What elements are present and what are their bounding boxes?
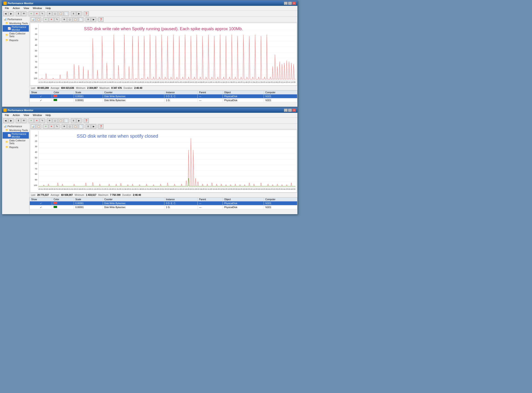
- col-computer-2: Computer: [264, 198, 297, 201]
- min-value-1: 2 304,087: [87, 87, 98, 89]
- scroll2-btn-2[interactable]: 📄: [78, 124, 83, 129]
- delete-btn-2[interactable]: ✕: [34, 118, 39, 123]
- pause-btn-1[interactable]: ⏸: [71, 11, 76, 16]
- sep2: [27, 12, 28, 16]
- chart-area-1: 📊 📋 + ✕ ✎ ❄ ◻ 📋 📄 ⏸ ▶ ❓ SSD disk write r…: [29, 17, 297, 107]
- sidebar-item-monitoring-1[interactable]: 📁 Monitoring Tools: [3, 21, 29, 25]
- sample-btn-1[interactable]: ◻: [67, 17, 72, 22]
- col-counter-2: Counter: [103, 198, 164, 201]
- maximize-btn-1[interactable]: □: [288, 2, 292, 5]
- copy-btn-1[interactable]: 📋: [58, 11, 63, 16]
- menu-window-1[interactable]: Window: [31, 6, 44, 10]
- sidebar-item-reports-2[interactable]: 📁 Reports: [3, 145, 29, 149]
- delete-btn-1[interactable]: ✕: [34, 11, 39, 16]
- sidebar-item-performance-2[interactable]: 📊 Performance: [3, 124, 29, 128]
- scroll-btn-2[interactable]: 📋: [73, 124, 78, 129]
- new-btn-2[interactable]: +: [29, 118, 34, 123]
- col-scale-2: Scale: [74, 198, 103, 201]
- close-btn-1[interactable]: ✕: [292, 2, 296, 5]
- chart-play-btn-1[interactable]: ▶: [91, 17, 96, 22]
- play-btn-1[interactable]: ▶: [77, 11, 82, 16]
- chart-pause-btn-1[interactable]: ⏸: [86, 17, 91, 22]
- forward-btn-1[interactable]: ▶: [9, 11, 14, 16]
- counter-props-btn-2[interactable]: ✎: [54, 124, 59, 129]
- sidebar-item-performance-1[interactable]: 📊 Performance: [3, 17, 29, 21]
- menu-file-2[interactable]: File: [3, 113, 11, 117]
- y-axis-1: 100 90 80 70 60 50 40 30 20 10: [30, 23, 38, 81]
- paste-btn-1[interactable]: 📄: [64, 11, 69, 16]
- del-counter-btn-2[interactable]: ✕: [49, 124, 54, 129]
- freeze-chart-btn-2[interactable]: ❄: [62, 124, 67, 129]
- sidebar-item-datacollector-1[interactable]: 📁 Data Collector Sets: [3, 32, 29, 38]
- min-label-2: Minimum: [75, 194, 84, 196]
- add-counter-btn-1[interactable]: +: [43, 17, 48, 22]
- back-btn-1[interactable]: ◀: [3, 11, 8, 16]
- copy-btn-2[interactable]: 📋: [58, 118, 63, 123]
- paste-btn-2[interactable]: 📄: [64, 118, 69, 123]
- chart-play-btn-2[interactable]: ▶: [91, 124, 96, 129]
- play-btn-2[interactable]: ▶: [77, 118, 82, 123]
- up-btn-1[interactable]: ⬆: [16, 11, 21, 16]
- new-btn-1[interactable]: +: [29, 11, 34, 16]
- clear-btn-2[interactable]: ◻: [53, 118, 58, 123]
- scroll2-btn-1[interactable]: 📄: [78, 17, 83, 22]
- add-counter-btn-2[interactable]: +: [43, 124, 48, 129]
- menu-action-1[interactable]: Action: [11, 6, 22, 10]
- chart-view-btn-2[interactable]: 📊: [30, 124, 36, 129]
- sidebar-item-perfmon-2[interactable]: 📈 Performance Monitor: [3, 132, 29, 139]
- chart-help-btn-1[interactable]: ❓: [98, 17, 103, 22]
- sidebar-item-datacollector-2[interactable]: 📁 Data Collector Sets: [3, 139, 29, 145]
- sample-btn-2[interactable]: ◻: [67, 124, 72, 129]
- help-btn-2[interactable]: ❓: [84, 118, 89, 123]
- menu-file-1[interactable]: File: [3, 6, 11, 10]
- properties-btn-1[interactable]: ✎: [40, 11, 45, 16]
- sidebar-item-monitoring-2[interactable]: 📁 Monitoring Tools: [3, 128, 29, 132]
- counter-props-btn-1[interactable]: ✎: [54, 17, 59, 22]
- menu-bar-1: File Action View Window Help: [2, 6, 297, 11]
- sidebar-item-perfmon-1[interactable]: 📈 Performance Monitor: [3, 25, 29, 32]
- window1: Performance Monitor _ □ ✕ File Action Vi…: [2, 0, 298, 107]
- scroll-btn-1[interactable]: 📋: [73, 17, 78, 22]
- sep4-2: [70, 119, 70, 123]
- properties-btn-2[interactable]: ✎: [40, 118, 45, 123]
- minimize-btn-1[interactable]: _: [284, 2, 288, 5]
- chart-svg-1: [39, 24, 296, 80]
- chart-help-btn-2[interactable]: ❓: [98, 124, 103, 129]
- folder-icon-2: 📊: [4, 125, 7, 128]
- back-btn-2[interactable]: ◀: [3, 118, 8, 123]
- minimize-btn-2[interactable]: _: [284, 108, 288, 112]
- counter-row-2-1[interactable]: ✓ 0.00001 Disk Write Bytes/sec 0 D: E: C…: [30, 201, 297, 205]
- col-object-2: Object: [223, 198, 264, 201]
- folder-icon-dc-2: 📁: [5, 140, 9, 143]
- menu-action-2[interactable]: Action: [11, 113, 22, 117]
- chart-hist-btn[interactable]: 📋: [36, 17, 41, 22]
- maximize-btn-2[interactable]: □: [288, 108, 292, 112]
- del-counter-btn-1[interactable]: ✕: [49, 17, 54, 22]
- title-bar-2: Performance Monitor _ □ ✕: [2, 108, 297, 113]
- menu-view-1[interactable]: View: [22, 6, 31, 10]
- counter-row-1-2[interactable]: ✓ 0.00001 Disk Write Bytes/sec 1 G: --- …: [30, 98, 297, 102]
- clear-btn-1[interactable]: ◻: [53, 11, 58, 16]
- help-btn-1[interactable]: ❓: [84, 11, 89, 16]
- chart-hist-btn-2[interactable]: 📋: [36, 124, 41, 129]
- min-label-1: Minimum: [76, 87, 86, 89]
- chart-view-btn[interactable]: 📊: [30, 17, 36, 22]
- col-counter-1: Counter: [103, 91, 164, 94]
- pause-btn-2[interactable]: ⏸: [71, 118, 76, 123]
- up-btn-2[interactable]: ⬆: [16, 118, 21, 123]
- sidebar-item-reports-1[interactable]: 📁 Reports: [3, 38, 29, 42]
- chart-pause-btn-2[interactable]: ⏸: [86, 124, 91, 129]
- freeze-chart-btn-1[interactable]: ❄: [62, 17, 67, 22]
- menu-help-2[interactable]: Help: [44, 113, 53, 117]
- freeze-btn-2[interactable]: ❄: [47, 118, 52, 123]
- freeze-btn-1[interactable]: ❄: [47, 11, 52, 16]
- show-hide-btn-2[interactable]: 👁: [21, 118, 26, 123]
- menu-view-2[interactable]: View: [22, 113, 31, 117]
- menu-window-2[interactable]: Window: [31, 113, 44, 117]
- counter-row-1-1[interactable]: ✓ 0.00001 Disk Write Bytes/sec 0 D: E: C…: [30, 94, 297, 98]
- forward-btn-2[interactable]: ▶: [9, 118, 14, 123]
- close-btn-2[interactable]: ✕: [292, 108, 296, 112]
- menu-help-1[interactable]: Help: [44, 6, 53, 10]
- show-hide-btn-1[interactable]: 👁: [21, 11, 26, 16]
- counter-row-2-2[interactable]: ✓ 0.00001 Disk Write Bytes/sec 1 G: --- …: [30, 205, 297, 209]
